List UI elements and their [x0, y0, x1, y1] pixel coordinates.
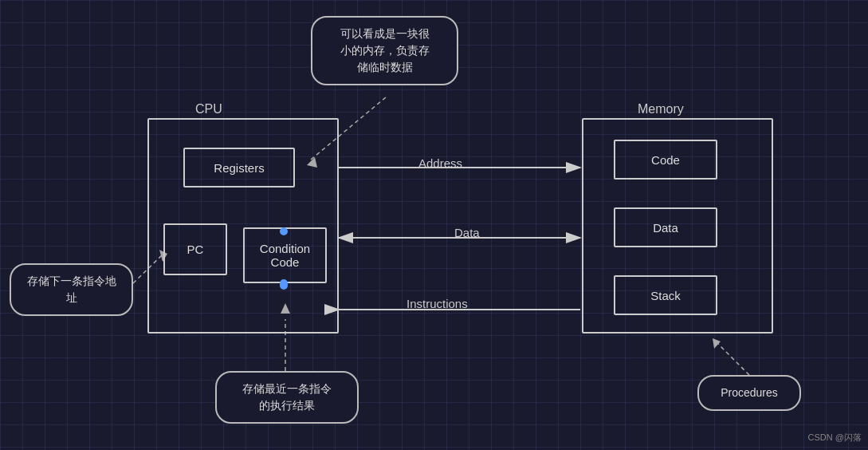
condition-code-label: ConditionCode [260, 242, 310, 269]
watermark: CSDN @闪落 [808, 432, 862, 444]
address-label: Address [418, 156, 462, 170]
bubble-procedures: Procedures [697, 375, 801, 411]
memory-label: Memory [638, 102, 684, 116]
bubble-top-text: 可以看成是一块很小的内存，负责存储临时数据 [340, 27, 430, 73]
diagram-container: CPU Registers PC ConditionCode Memory Co… [0, 0, 868, 450]
data-label: Data [454, 226, 480, 239]
cpu-label: CPU [195, 102, 222, 116]
dot-top [280, 227, 288, 235]
stack-box: Stack [614, 275, 717, 315]
bubble-bottom: 存储最近一条指令的执行结果 [215, 371, 359, 424]
svg-line-13 [717, 343, 749, 375]
bubble-left: 存储下一条指令地址 [10, 263, 133, 316]
registers-box: Registers [183, 148, 295, 188]
code-box: Code [614, 140, 717, 180]
bubble-left-text: 存储下一条指令地址 [27, 274, 116, 304]
dot-bottom [280, 282, 288, 290]
procedures-label: Procedures [721, 386, 778, 399]
bubble-bottom-text: 存储最近一条指令的执行结果 [242, 382, 332, 412]
pc-box: PC [163, 223, 227, 275]
condition-code-box: ConditionCode [243, 227, 327, 283]
data-box: Data [614, 207, 717, 247]
instructions-label: Instructions [407, 297, 468, 310]
svg-marker-14 [713, 338, 721, 349]
bubble-top: 可以看成是一块很小的内存，负责存储临时数据 [311, 16, 458, 85]
